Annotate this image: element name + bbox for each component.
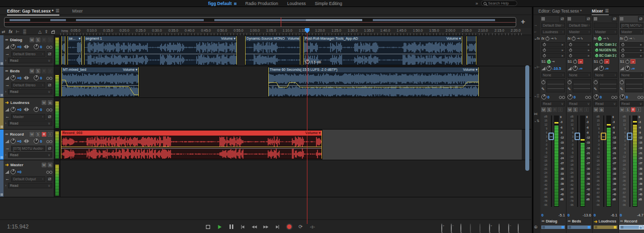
fx-slot-power-icon[interactable]: [621, 43, 624, 46]
clip-gain-control[interactable]: 0.5 dB: [305, 60, 321, 64]
expand-caret-icon[interactable]: ›: [5, 153, 7, 157]
fx-slot-1[interactable]: ▸: [568, 42, 591, 47]
expand-caret-icon[interactable]: ›: [5, 58, 7, 63]
volume-knob[interactable]: [599, 66, 604, 71]
automation-mode-dropdown[interactable]: Read∨: [8, 58, 52, 63]
eq-icon[interactable]: ▒: [23, 29, 26, 34]
monitor-input-button[interactable]: I: [48, 38, 52, 42]
monitor-input-button[interactable]: I: [558, 107, 562, 112]
input-dropdown[interactable]: [075] MOTU›: [620, 23, 643, 28]
clip-header[interactable]: [61, 36, 65, 41]
strip-name-row[interactable]: ➜Loudness: [593, 218, 618, 224]
clip-header[interactable]: Theme 60 Seconds(-15.5 LUFS -2.0 dBTP)Vo…: [268, 67, 479, 72]
strip-color-bar[interactable]: [620, 225, 643, 229]
fx-slot-2[interactable]: NUGEN ISL2▸: [594, 48, 617, 52]
fx-slot-power-icon[interactable]: [543, 49, 546, 52]
io-dropdown[interactable]: Default Stereo Input›: [11, 82, 45, 88]
strip-arm-square[interactable]: [568, 17, 571, 21]
mixer-strip-record[interactable]: Ø[075] MOTU›Master›fx⇥ϟ▸▸▸S1⇥-∞None›✎0Re…: [619, 16, 644, 233]
expand-caret-icon[interactable]: ›: [5, 89, 7, 94]
fx-slot-arrow-icon[interactable]: ▸: [640, 54, 642, 58]
phase-invert-button[interactable]: Ø: [47, 82, 52, 88]
audio-clip-theme-60-seconds-15-5-lufs-2-0-dbtp-[interactable]: Theme 60 Seconds(-15.5 LUFS -2.0 dBTP)Vo…: [268, 67, 479, 97]
fast-forward-button[interactable]: [262, 223, 269, 230]
navigator-settings-icon[interactable]: ✚: [520, 19, 526, 25]
panel-menu-icon[interactable]: ☰: [605, 9, 609, 13]
pan-knob[interactable]: [541, 94, 546, 99]
record-arm-button[interactable]: R: [631, 107, 635, 112]
clip-header[interactable]: segment 1Volume ▾: [84, 36, 237, 41]
channel-fader[interactable]: [575, 114, 580, 211]
panel-menu-icon[interactable]: ☰: [55, 9, 59, 13]
automation-mode-dropdown[interactable]: Read∨: [8, 183, 52, 188]
fx-section-icon[interactable]: ⌄fx: [534, 37, 540, 41]
scroll-tracks-icon[interactable]: ⊕: [534, 224, 538, 229]
track-color-strip[interactable]: [0, 35, 4, 66]
clip-volume-dropdown[interactable]: Volume ▾: [221, 36, 235, 41]
zoom-out-full-button[interactable]: −: [508, 224, 514, 229]
output-dropdown[interactable]: Master›: [620, 29, 643, 35]
input-dropdown[interactable]: [594, 23, 617, 28]
sends-section-icon[interactable]: ⌄⊢: [534, 65, 540, 69]
track-lane-loudness[interactable]: [60, 98, 531, 129]
solo-button[interactable]: S: [573, 107, 578, 112]
track-color-strip[interactable]: [0, 98, 4, 129]
record-arm-button[interactable]: R: [42, 38, 46, 42]
fx-slot-power-icon[interactable]: [595, 54, 598, 57]
automation-mode-dropdown[interactable]: Read∨: [568, 101, 591, 106]
expand-caret-icon[interactable]: ›: [5, 183, 7, 188]
mute-button[interactable]: M: [568, 107, 572, 112]
track-header-master[interactable]: ➜MasterM⧉+0←Default Output›Ø›Read∨: [4, 160, 54, 197]
send-pre-post-icon[interactable]: ⇥: [552, 60, 555, 64]
automation-mode-dropdown[interactable]: Read∨: [620, 101, 643, 106]
help-search-box[interactable]: [481, 1, 517, 6]
clip-volume-dropdown[interactable]: ▾: [78, 36, 80, 41]
monitor-input-button[interactable]: I: [48, 69, 52, 73]
go-to-start-button[interactable]: [239, 223, 246, 230]
workspace-button-0[interactable]: figg Default: [208, 1, 236, 6]
record-arm-button[interactable]: R: [552, 107, 557, 112]
fx-slot-1[interactable]: ▸: [620, 42, 643, 47]
eq-graph[interactable]: [546, 79, 565, 92]
volume-knob[interactable]: [11, 107, 16, 112]
fx-slot-arrow-icon[interactable]: ▸: [561, 43, 564, 47]
monitor-input-button[interactable]: I: [584, 107, 589, 112]
zoom-in-point-button[interactable]: +: [489, 224, 495, 229]
expand-caret-icon[interactable]: ›: [5, 121, 7, 126]
fx-slot-arrow-icon[interactable]: ▸: [640, 48, 642, 52]
mute-button[interactable]: M: [620, 107, 624, 112]
automation-mode-dropdown[interactable]: Read∨: [8, 152, 52, 158]
eq-section-icon[interactable]: ⌄▒: [534, 94, 539, 98]
phase-invert-button[interactable]: Ø: [47, 176, 52, 182]
fader-handle[interactable]: [548, 133, 554, 140]
strip-color-bar[interactable]: [594, 225, 617, 229]
mute-button[interactable]: M: [30, 69, 34, 73]
eq-edit-pencil-icon[interactable]: ✎: [594, 87, 598, 91]
overview-playhead[interactable]: [281, 18, 281, 27]
send-power-button[interactable]: [547, 60, 551, 64]
zoom-out-amplitude-button[interactable]: [470, 224, 475, 229]
record-arm-button[interactable]: R: [42, 132, 46, 137]
monitor-input-button[interactable]: I: [636, 107, 641, 112]
send-fader-icon[interactable]: ⇥: [604, 59, 609, 64]
stop-button[interactable]: [204, 223, 211, 230]
zoom-out-time-button[interactable]: −: [451, 224, 456, 229]
fx-slot-arrow-icon[interactable]: ▸: [588, 48, 590, 52]
send-power-button[interactable]: [625, 60, 629, 64]
fx-slot-3[interactable]: ▸: [620, 53, 643, 58]
fx-slot-power-icon[interactable]: [595, 43, 598, 46]
fx-slot-3[interactable]: BC Gain 3 (1▸: [594, 53, 617, 58]
play-button[interactable]: [216, 223, 223, 230]
go-to-end-button[interactable]: [274, 223, 281, 230]
strip-name-row[interactable]: ⬌Dialog: [540, 218, 566, 224]
fx-power-button[interactable]: [624, 37, 628, 41]
pan-knob[interactable]: [34, 75, 39, 80]
phase-invert-button[interactable]: Ø: [47, 146, 52, 151]
strip-arm-square[interactable]: [594, 17, 597, 21]
zoom-fit-button[interactable]: [518, 224, 523, 229]
eq-power-button[interactable]: [594, 80, 598, 84]
strip-arm-square[interactable]: [620, 17, 623, 21]
fx-slot-arrow-icon[interactable]: ▸: [640, 43, 642, 47]
mute-button[interactable]: M: [30, 132, 34, 137]
mute-button[interactable]: M: [541, 107, 546, 112]
